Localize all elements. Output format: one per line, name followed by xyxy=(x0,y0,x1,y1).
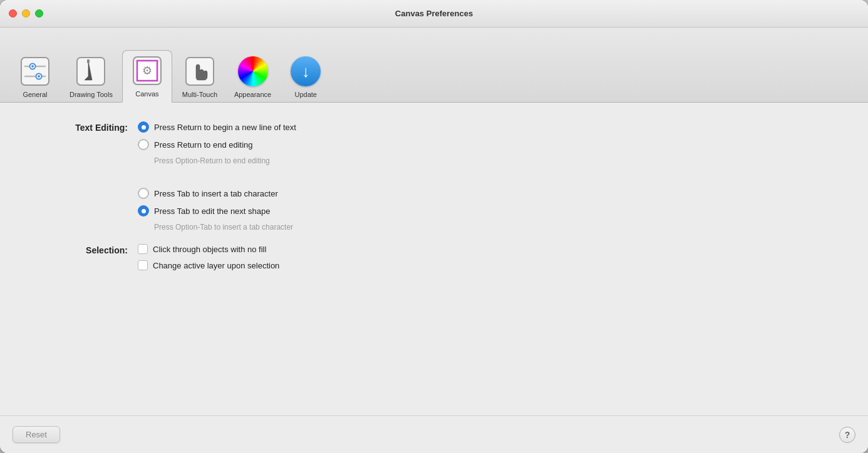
toolbar: General Drawing Tools ⚙ Canvas xyxy=(0,28,868,103)
tab-canvas[interactable]: ⚙ Canvas xyxy=(122,50,172,103)
checkbox-click-through-text: Click through objects with no fill xyxy=(153,245,266,254)
tab-hint: Press Option-Tab to insert a tab charact… xyxy=(138,223,296,232)
svg-rect-9 xyxy=(87,59,90,63)
tab-drawing-tools-label: Drawing Tools xyxy=(70,91,113,98)
tab-update[interactable]: Update xyxy=(281,51,331,102)
radio-return-end-editing-text: Press Return to end editing xyxy=(154,140,253,150)
text-editing-section: Text Editing: Press Return to begin a ne… xyxy=(38,121,830,232)
radio-return-end-editing-btn[interactable] xyxy=(138,139,149,150)
selection-label: Selection: xyxy=(38,244,138,270)
tab-appearance[interactable]: Appearance xyxy=(227,51,278,102)
content-area: Text Editing: Press Return to begin a ne… xyxy=(0,103,868,415)
tab-appearance-label: Appearance xyxy=(234,91,271,98)
return-hint: Press Option-Return to end editing xyxy=(138,156,296,165)
radio-return-end-editing[interactable]: Press Return to end editing xyxy=(138,139,296,150)
checkbox-change-layer-btn[interactable] xyxy=(138,260,148,270)
svg-rect-7 xyxy=(77,58,105,85)
tab-canvas-label: Canvas xyxy=(135,90,158,98)
checkbox-change-layer[interactable]: Change active layer upon selection xyxy=(138,260,279,270)
checkbox-click-through-btn[interactable] xyxy=(138,244,148,254)
selection-options: Click through objects with no fill Chang… xyxy=(138,244,279,270)
radio-tab-insert[interactable]: Press Tab to insert a tab character xyxy=(138,188,296,199)
tab-general-label: General xyxy=(23,91,47,98)
tab-multi-touch[interactable]: Multi-Touch xyxy=(175,51,225,102)
tab-general[interactable]: General xyxy=(10,51,60,102)
svg-text:⚙: ⚙ xyxy=(142,64,152,77)
text-editing-label: Text Editing: xyxy=(38,121,138,232)
tab-update-label: Update xyxy=(294,91,316,98)
tab-multi-touch-label: Multi-Touch xyxy=(182,91,217,98)
radio-tab-insert-btn[interactable] xyxy=(138,188,149,199)
traffic-lights xyxy=(9,9,43,18)
text-editing-options: Press Return to begin a new line of text… xyxy=(138,121,296,232)
radio-tab-next-shape-btn[interactable] xyxy=(138,205,149,216)
title-bar: Canvas Preferences xyxy=(0,0,868,28)
bottom-bar: Reset ? xyxy=(0,415,868,453)
radio-tab-next-shape-text: Press Tab to edit the next shape xyxy=(154,206,271,216)
svg-rect-0 xyxy=(21,58,49,85)
radio-return-newline-btn[interactable] xyxy=(138,121,149,133)
canvas-icon: ⚙ xyxy=(131,54,163,87)
maximize-button[interactable] xyxy=(35,9,43,18)
radio-tab-next-shape[interactable]: Press Tab to edit the next shape xyxy=(138,205,296,216)
radio-return-newline-text: Press Return to begin a new line of text xyxy=(154,123,296,132)
reset-button[interactable]: Reset xyxy=(13,426,60,443)
multitouch-icon xyxy=(183,55,216,88)
appearance-icon xyxy=(237,55,269,88)
tab-drawing-tools[interactable]: Drawing Tools xyxy=(63,51,120,102)
general-icon xyxy=(19,55,51,88)
section-spacer xyxy=(138,171,296,181)
svg-point-6 xyxy=(38,75,40,78)
close-button[interactable] xyxy=(9,9,17,18)
selection-section: Selection: Click through objects with no… xyxy=(38,244,830,270)
checkbox-change-layer-text: Change active layer upon selection xyxy=(153,261,279,270)
update-icon xyxy=(289,55,322,88)
radio-return-newline[interactable]: Press Return to begin a new line of text xyxy=(138,121,296,133)
minimize-button[interactable] xyxy=(22,9,30,18)
svg-point-3 xyxy=(31,65,34,68)
radio-tab-insert-text: Press Tab to insert a tab character xyxy=(154,189,278,198)
help-button[interactable]: ? xyxy=(839,427,855,443)
window-title: Canvas Preferences xyxy=(395,9,473,18)
drawing-tools-icon xyxy=(75,55,107,88)
checkbox-click-through[interactable]: Click through objects with no fill xyxy=(138,244,279,254)
preferences-window: Canvas Preferences General xyxy=(0,0,868,453)
